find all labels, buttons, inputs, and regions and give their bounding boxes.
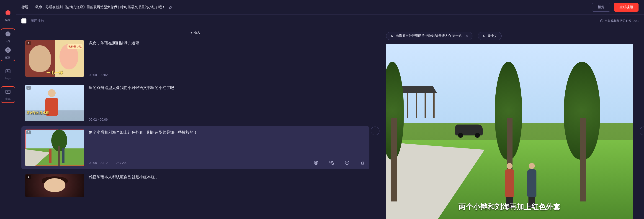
sidebar-selection-box: 音乐 配音 [1, 28, 15, 61]
scene-icon [4, 9, 12, 16]
title-label: 标题： [22, 5, 32, 9]
app-root: 场景 音乐 配音 Logo [0, 0, 644, 219]
title-text: 救命，陈瑶在新剧《情满九道弯》里的双辫造型太像我们小时候语文书里的小红了吧！ [35, 5, 165, 9]
sidebar-item-scene[interactable]: 场景 [2, 9, 14, 22]
scene-item[interactable]: 4 难怪陈瑶本人都认证自己就是小红本红， [22, 171, 370, 200]
clock-icon [600, 19, 604, 22]
scene-time: 00:02 - 00:06 [89, 118, 108, 121]
add-icon[interactable] [344, 160, 350, 166]
translate-icon[interactable] [313, 160, 319, 166]
svg-point-3 [8, 33, 8, 34]
preview-tags: 电影原声带舒缓配乐-恬淡静谧舒缓人心-第一站 ✕ 臻小艾 [375, 27, 644, 43]
thumb-overlay-text: 原来笑的是她想 [26, 111, 49, 115]
scene-time: 00:00 - 00:02 [89, 73, 108, 77]
scene-item[interactable]: 3 两个小辫和刘海再加上红色外套，剧组造型师是懂一些撞衫的！ 00:06 - 0… [22, 126, 370, 169]
scene-body: 救命，陈瑶在新剧情满九道弯 00:00 - 00:02 [89, 40, 366, 77]
microphone-icon [482, 34, 486, 37]
scene-body: 里的双辫造型太像我们小时候语文书里的小红了吧！ 00:02 - 00:06 [89, 85, 366, 121]
music-tag[interactable]: 电影原声带舒缓配乐-恬淡静谧舒缓人心-第一站 ✕ [386, 32, 472, 40]
svg-rect-5 [8, 49, 8, 51]
main: 标题： 救命，陈瑶在新剧《情满九道弯》里的双辫造型太像我们小时候语文书里的小红了… [16, 0, 644, 219]
preview-canvas[interactable]: 两个小辫和刘海再加上红色外套 [386, 44, 633, 219]
voice-tag[interactable]: 臻小艾 [478, 32, 502, 40]
music-note-icon [390, 34, 394, 37]
scene-index: 4 [26, 175, 31, 179]
sidebar-item-music[interactable]: 音乐 [2, 30, 14, 43]
scene-meta: 00:02 - 00:06 [89, 118, 366, 121]
sidebar-label: Logo [5, 77, 11, 80]
edit-icon[interactable] [169, 5, 173, 9]
sidebar-item-logo[interactable]: Logo [2, 68, 14, 80]
sequential-checkbox[interactable] [22, 18, 26, 23]
scene-text: 两个小辫和刘海再加上红色外套，剧组造型师是懂一些撞衫的！ [89, 130, 366, 160]
microphone-icon [4, 46, 12, 54]
topbar: 标题： 救命，陈瑶在新剧《情满九道弯》里的双辫造型太像我们小时候语文书里的小红了… [16, 0, 644, 14]
scene-thumbnail[interactable]: 3 [25, 130, 84, 166]
close-icon[interactable]: ✕ [465, 34, 468, 38]
preview-panel: 当前视频预估总时长 00:3 电影原声带舒缓配乐-恬淡静谧舒缓人心-第一站 ✕ … [375, 14, 644, 219]
sidebar: 场景 音乐 配音 Logo [0, 0, 16, 219]
title-wrap: 标题： 救命，陈瑶在新剧《情满九道弯》里的双辫造型太像我们小时候语文书里的小红了… [22, 5, 588, 9]
duration-label: 当前视频预估总时长 [605, 19, 632, 23]
prev-scene-button[interactable] [371, 127, 380, 135]
scene-item[interactable]: 1 教科书 小红 一毛一样 救命，陈瑶在新剧情满九道弯 00:00 - 00:0… [22, 37, 370, 80]
scene-thumbnail[interactable]: 1 教科书 小红 一毛一样 [25, 40, 84, 77]
delete-icon[interactable] [359, 160, 366, 166]
scene-list: 1 教科书 小红 一毛一样 救命，陈瑶在新剧情满九道弯 00:00 - 00:0… [16, 37, 375, 219]
svg-rect-16 [484, 35, 484, 36]
next-scene-button[interactable] [640, 127, 644, 135]
scene-thumbnail[interactable]: 4 [25, 174, 84, 197]
scenes-header: 顺序播放 [16, 14, 375, 27]
svg-rect-12 [330, 161, 331, 163]
voice-tag-text: 臻小艾 [488, 34, 497, 38]
sidebar-label: 场景 [5, 18, 11, 22]
scene-meta: 00:00 - 00:02 [89, 73, 366, 77]
sidebar-item-subtitle[interactable]: A 字幕 [2, 88, 14, 101]
scene-body: 两个小辫和刘海再加上红色外套，剧组造型师是懂一些撞衫的！ 00:06 - 00:… [89, 130, 366, 166]
scene-index: 2 [26, 86, 31, 90]
sidebar-label: 配音 [5, 55, 11, 59]
scene-item[interactable]: 2 原来笑的是她想 里的双辫造型太像我们小时候语文书里的小红了吧！ 00:02 … [22, 82, 370, 125]
canvas-wrap: 两个小辫和刘海再加上红色外套 [375, 43, 644, 219]
scene-tools [313, 160, 366, 166]
sidebar-item-voice[interactable]: 配音 [2, 46, 14, 59]
scene-text: 救命，陈瑶在新剧情满九道弯 [89, 40, 366, 73]
preview-button[interactable]: 预览 [592, 3, 610, 11]
svg-marker-10 [8, 91, 9, 92]
sidebar-label: 字幕 [5, 97, 11, 101]
thumb-tag: 教科书 小红 [68, 44, 82, 49]
preview-header: 当前视频预估总时长 00:3 [375, 14, 644, 27]
body: 顺序播放 + 插入 1 教科书 小红 一毛一样 救命，陈瑶在 [16, 14, 644, 219]
svg-rect-6 [6, 69, 10, 73]
sidebar-label: 音乐 [5, 39, 11, 43]
music-icon [4, 30, 12, 37]
preview-caption: 两个小辫和刘海再加上红色外套 [386, 202, 633, 212]
scene-text: 难怪陈瑶本人都认证自己就是小红本红， [89, 174, 366, 197]
generate-video-button[interactable]: 生成视频 [614, 3, 638, 11]
scene-index: 1 [26, 41, 31, 45]
insert-row: + 插入 [16, 27, 375, 37]
scene-body: 难怪陈瑶本人都认证自己就是小红本红， [89, 174, 366, 197]
scenes-panel: 顺序播放 + 插入 1 教科书 小红 一毛一样 救命，陈瑶在 [16, 14, 375, 219]
svg-rect-13 [332, 163, 334, 164]
image-icon [4, 68, 12, 75]
scene-text: 里的双辫造型太像我们小时候语文书里的小红了吧！ [89, 85, 366, 118]
thumb-overlay-text: 一毛一样 [25, 70, 84, 75]
insert-button[interactable]: + 插入 [190, 30, 200, 35]
sequential-label: 顺序播放 [30, 19, 44, 23]
scene-index: 3 [26, 130, 31, 134]
sidebar-selection-box-2: A 字幕 [1, 86, 15, 103]
duration-value: 00:3 [633, 19, 638, 22]
scene-thumbnail[interactable]: 2 原来笑的是她想 [25, 85, 84, 121]
subtitle-icon: A [4, 88, 12, 95]
scene-char-count: 28 / 200 [116, 161, 128, 165]
swap-icon[interactable] [328, 160, 335, 166]
music-tag-text: 电影原声带舒缓配乐-恬淡静谧舒缓人心-第一站 [396, 34, 462, 38]
duration-info: 当前视频预估总时长 00:3 [600, 19, 638, 23]
scene-time: 00:06 - 00:12 [89, 161, 108, 165]
scene-meta: 00:06 - 00:12 28 / 200 [89, 160, 366, 166]
